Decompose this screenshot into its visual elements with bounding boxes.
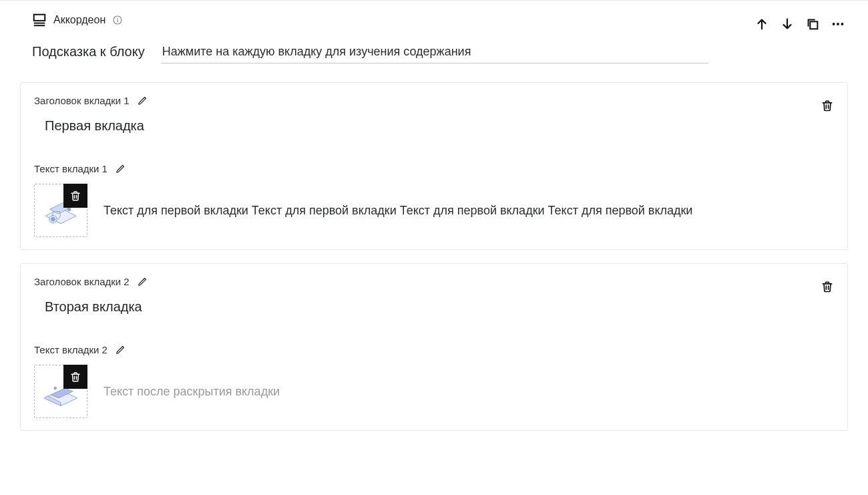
tab-text-label: Текст вкладки 2	[34, 344, 107, 355]
block-hint-label: Подсказка к блоку	[32, 44, 145, 63]
edit-text-button[interactable]	[116, 164, 126, 174]
edit-header-button[interactable]	[138, 277, 148, 287]
delete-image-button[interactable]	[63, 184, 87, 208]
tab-header-label: Заголовок вкладки 1	[34, 95, 130, 106]
accordion-icon	[32, 13, 47, 27]
block-type-label: Аккордеон	[53, 14, 105, 26]
more-menu-button[interactable]	[831, 17, 845, 31]
accordion-tab-card: Заголовок вкладки 1 Первая вкладка Текст…	[20, 82, 848, 250]
svg-point-9	[841, 23, 843, 25]
svg-rect-6	[810, 21, 817, 29]
block-hint-row: Подсказка к блоку	[20, 31, 848, 63]
tab-image-slot[interactable]	[34, 184, 87, 237]
svg-point-7	[833, 23, 835, 25]
duplicate-button[interactable]	[805, 17, 820, 31]
block-toolbar	[754, 13, 848, 31]
svg-rect-4	[118, 19, 118, 22]
tab-body-text[interactable]: Текст для первой вкладки Текст для перво…	[103, 204, 692, 218]
svg-point-18	[54, 387, 57, 389]
info-icon[interactable]	[112, 15, 123, 25]
move-down-button[interactable]	[780, 17, 795, 31]
tab-title[interactable]: Вторая вкладка	[34, 287, 834, 344]
move-up-button[interactable]	[754, 17, 769, 31]
tab-header-label: Заголовок вкладки 2	[34, 276, 130, 287]
tab-image-slot[interactable]	[34, 365, 87, 418]
tab-title[interactable]: Первая вкладка	[34, 106, 834, 163]
svg-point-13	[51, 217, 55, 221]
svg-rect-0	[34, 15, 45, 21]
svg-point-14	[67, 208, 71, 211]
block-hint-input[interactable]	[161, 41, 708, 63]
accordion-tab-card: Заголовок вкладки 2 Вторая вкладка Текст…	[20, 263, 848, 431]
tab-text-label: Текст вкладки 1	[34, 163, 107, 174]
edit-text-button[interactable]	[116, 345, 126, 355]
tab-body-text[interactable]: Текст после раскрытия вкладки	[103, 385, 280, 399]
delete-tab-button[interactable]	[821, 99, 834, 112]
block-header: Аккордеон	[20, 1, 848, 31]
delete-image-button[interactable]	[63, 365, 87, 389]
delete-tab-button[interactable]	[821, 280, 834, 293]
svg-rect-5	[118, 18, 118, 19]
svg-point-8	[837, 23, 839, 25]
edit-header-button[interactable]	[138, 96, 148, 106]
